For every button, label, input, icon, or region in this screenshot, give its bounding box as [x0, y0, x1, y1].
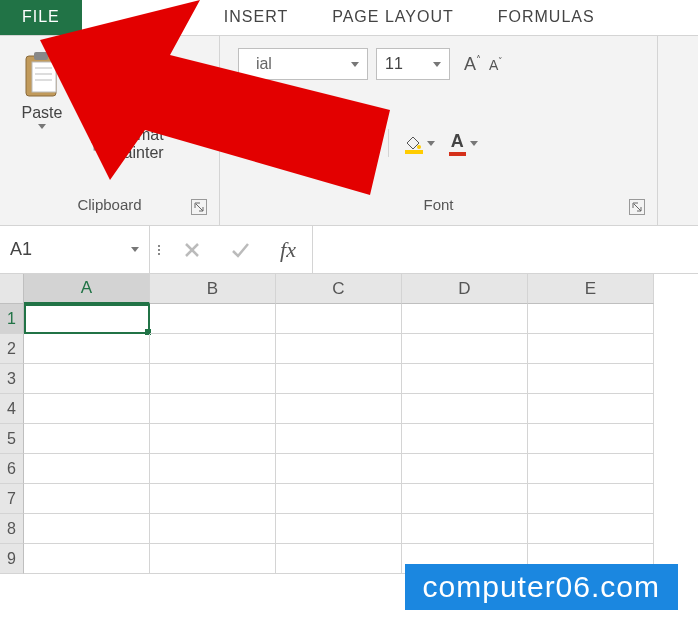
watermark: computer06.com [405, 564, 678, 610]
cell[interactable] [402, 334, 528, 364]
cell[interactable] [150, 304, 276, 334]
scissors-icon [86, 50, 106, 70]
row-header[interactable]: 3 [0, 364, 24, 394]
column-header[interactable]: D [402, 274, 528, 304]
font-dialog-launcher[interactable] [629, 199, 645, 215]
cell[interactable] [528, 394, 654, 424]
cell-A1[interactable] [24, 304, 150, 334]
cell[interactable] [276, 304, 402, 334]
svg-rect-13 [94, 142, 98, 151]
cell[interactable] [528, 424, 654, 454]
cell[interactable] [24, 514, 150, 544]
worksheet: 1 2 3 4 5 6 7 8 9 A B C D E [0, 274, 698, 574]
group-font: ..ial 11 A˄ A˅ B I U [220, 36, 658, 225]
svg-rect-11 [88, 94, 98, 106]
decrease-font-button[interactable]: A˅ [489, 56, 503, 73]
tab-insert[interactable]: INSERT [202, 0, 310, 35]
cell[interactable] [276, 454, 402, 484]
name-box[interactable]: A1 [0, 226, 150, 273]
row-header[interactable]: 8 [0, 514, 24, 544]
row-header[interactable]: 6 [0, 454, 24, 484]
tab-file[interactable]: FILE [0, 0, 82, 35]
cell[interactable] [150, 424, 276, 454]
underline-button[interactable]: U [287, 132, 313, 154]
cell[interactable] [24, 394, 150, 424]
cell[interactable] [24, 544, 150, 574]
cell[interactable] [528, 334, 654, 364]
select-all-corner[interactable] [0, 274, 24, 304]
cell[interactable] [150, 544, 276, 574]
cell[interactable] [150, 484, 276, 514]
cell[interactable] [528, 364, 654, 394]
chevron-down-icon [470, 141, 478, 146]
cell[interactable] [402, 484, 528, 514]
cell[interactable] [402, 304, 528, 334]
increase-font-button[interactable]: A˄ [464, 54, 481, 75]
cell[interactable] [150, 364, 276, 394]
cut-button[interactable] [86, 50, 213, 70]
paste-dropdown-icon[interactable] [38, 124, 46, 129]
font-name-select[interactable]: ..ial [238, 48, 368, 80]
column-header[interactable]: B [150, 274, 276, 304]
row-header[interactable]: 4 [0, 394, 24, 424]
cell[interactable] [150, 514, 276, 544]
cell[interactable] [276, 514, 402, 544]
tab-page-layout[interactable]: PAGE LAYOUT [310, 0, 476, 35]
clipboard-group-label: Clipboard [6, 188, 213, 221]
paste-button[interactable]: Paste [6, 44, 78, 188]
cell[interactable] [276, 394, 402, 424]
format-painter-button[interactable]: Format Painter [86, 126, 213, 162]
cell[interactable] [150, 454, 276, 484]
cell[interactable] [402, 454, 528, 484]
cell[interactable] [402, 424, 528, 454]
bold-button[interactable]: B [238, 132, 252, 155]
copy-icon [86, 88, 106, 108]
row-header[interactable]: 2 [0, 334, 24, 364]
cell[interactable] [150, 394, 276, 424]
svg-rect-2 [34, 52, 48, 60]
cell-grid[interactable] [24, 304, 698, 574]
svg-point-18 [417, 145, 421, 149]
cell[interactable] [24, 454, 150, 484]
cell[interactable] [528, 304, 654, 334]
font-color-button[interactable]: A [449, 131, 478, 156]
formula-bar: A1 fx [0, 226, 698, 274]
cell[interactable] [528, 514, 654, 544]
italic-button[interactable]: I [266, 132, 273, 155]
row-header[interactable]: 9 [0, 544, 24, 574]
cell[interactable] [276, 424, 402, 454]
insert-function-button[interactable]: fx [264, 226, 312, 273]
cell[interactable] [402, 514, 528, 544]
column-header[interactable]: E [528, 274, 654, 304]
cell[interactable] [24, 334, 150, 364]
copy-button[interactable]: C [86, 88, 213, 108]
chevron-down-icon [427, 141, 435, 146]
cell[interactable] [402, 394, 528, 424]
ribbon-tabs: FILE INSERT PAGE LAYOUT FORMULAS [0, 0, 698, 36]
tab-formulas[interactable]: FORMULAS [476, 0, 617, 35]
cell[interactable] [276, 364, 402, 394]
borders-button[interactable] [342, 133, 374, 153]
clipboard-dialog-launcher[interactable] [191, 199, 207, 215]
cancel-formula-button[interactable] [168, 226, 216, 273]
row-header[interactable]: 1 [0, 304, 24, 334]
cell[interactable] [528, 454, 654, 484]
cell[interactable] [276, 334, 402, 364]
enter-formula-button[interactable] [216, 226, 264, 273]
fill-color-button[interactable] [403, 132, 435, 154]
cell[interactable] [150, 334, 276, 364]
cell[interactable] [276, 484, 402, 514]
cell[interactable] [276, 544, 402, 574]
row-header[interactable]: 5 [0, 424, 24, 454]
cell[interactable] [528, 484, 654, 514]
column-header[interactable]: A [24, 274, 150, 304]
formula-input[interactable] [313, 226, 698, 273]
group-alignment-partial [658, 36, 698, 225]
cell[interactable] [24, 364, 150, 394]
cell[interactable] [402, 364, 528, 394]
cell[interactable] [24, 424, 150, 454]
cell[interactable] [24, 484, 150, 514]
column-header[interactable]: C [276, 274, 402, 304]
font-size-select[interactable]: 11 [376, 48, 450, 80]
row-header[interactable]: 7 [0, 484, 24, 514]
